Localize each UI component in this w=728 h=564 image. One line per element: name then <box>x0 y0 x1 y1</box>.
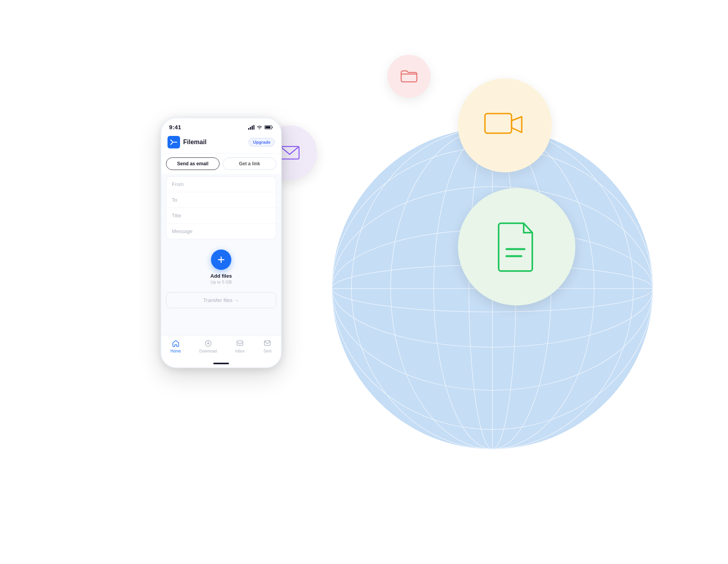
bottom-navigation: Home Download <box>161 336 281 360</box>
svg-rect-17 <box>250 127 251 130</box>
title-field[interactable]: Title <box>166 208 276 224</box>
video-icon <box>483 110 526 141</box>
svg-rect-13 <box>485 114 512 133</box>
from-field[interactable]: From <box>166 177 276 192</box>
sent-icon <box>263 339 272 348</box>
status-bar: 9:41 <box>161 118 281 133</box>
nav-inbox[interactable]: Inbox <box>235 339 245 353</box>
svg-rect-25 <box>237 341 243 345</box>
phone-mockup: 9:41 <box>160 118 282 368</box>
nav-sent[interactable]: Sent <box>263 339 272 353</box>
status-icons <box>248 125 273 130</box>
signal-icon <box>248 125 254 130</box>
download-label: Download <box>199 349 216 353</box>
home-indicator <box>213 363 229 364</box>
svg-rect-19 <box>254 125 255 130</box>
form-fields: From To Title Message <box>166 176 276 239</box>
app-name: Filemail <box>183 139 207 146</box>
svg-rect-26 <box>265 341 270 345</box>
main-scene: 9:41 <box>129 47 599 517</box>
add-files-label: Add files <box>211 273 232 279</box>
add-files-sublabel: Up to 5 GB <box>211 280 232 284</box>
message-field[interactable]: Message <box>166 224 276 239</box>
sent-label: Sent <box>263 349 272 353</box>
to-field[interactable]: To <box>166 192 276 208</box>
svg-rect-21 <box>265 126 270 128</box>
home-label: Home <box>171 349 181 353</box>
video-circle <box>458 78 552 172</box>
folder-icon <box>399 66 419 87</box>
download-icon <box>204 339 213 348</box>
add-files-area: Add files Up to 5 GB <box>161 242 281 289</box>
upgrade-button[interactable]: Upgrade <box>249 138 275 146</box>
document-icon <box>493 219 540 274</box>
app-header: Filemail Upgrade <box>161 133 281 154</box>
inbox-icon <box>236 339 244 348</box>
inbox-label: Inbox <box>235 349 245 353</box>
add-files-button[interactable] <box>211 249 231 270</box>
wifi-icon <box>256 125 263 130</box>
nav-download[interactable]: Download <box>199 339 216 353</box>
folder-circle <box>387 55 431 98</box>
logo-area: Filemail <box>168 136 207 148</box>
home-icon <box>171 339 180 348</box>
nav-home[interactable]: Home <box>171 339 181 353</box>
get-link-tab[interactable]: Get a link <box>223 157 276 170</box>
battery-icon <box>265 125 273 130</box>
svg-rect-16 <box>248 128 249 130</box>
transfer-button[interactable]: Transfer files → <box>166 292 276 308</box>
send-tabs: Send as email Get a link <box>161 154 281 174</box>
logo-icon <box>168 136 180 148</box>
send-email-tab[interactable]: Send as email <box>166 157 220 170</box>
status-time: 9:41 <box>169 124 181 130</box>
svg-rect-18 <box>252 126 253 130</box>
document-circle <box>458 188 575 306</box>
